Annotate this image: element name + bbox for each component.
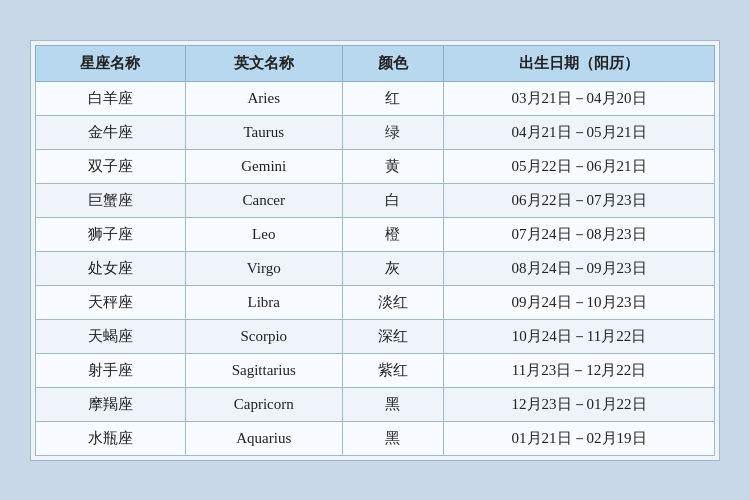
table-row: 金牛座Taurus绿04月21日－05月21日 (36, 115, 715, 149)
cell-chinese-name: 巨蟹座 (36, 183, 186, 217)
cell-date: 06月22日－07月23日 (444, 183, 715, 217)
cell-english-name: Taurus (185, 115, 342, 149)
cell-date: 11月23日－12月22日 (444, 353, 715, 387)
zodiac-table-container: 星座名称 英文名称 颜色 出生日期（阳历） 白羊座Aries红03月21日－04… (30, 40, 720, 461)
cell-color: 淡红 (342, 285, 444, 319)
cell-chinese-name: 射手座 (36, 353, 186, 387)
cell-date: 09月24日－10月23日 (444, 285, 715, 319)
cell-chinese-name: 金牛座 (36, 115, 186, 149)
cell-english-name: Cancer (185, 183, 342, 217)
cell-english-name: Sagittarius (185, 353, 342, 387)
header-english-name: 英文名称 (185, 45, 342, 81)
cell-color: 深红 (342, 319, 444, 353)
table-row: 水瓶座Aquarius黑01月21日－02月19日 (36, 421, 715, 455)
cell-chinese-name: 天蝎座 (36, 319, 186, 353)
cell-chinese-name: 狮子座 (36, 217, 186, 251)
header-color: 颜色 (342, 45, 444, 81)
header-chinese-name: 星座名称 (36, 45, 186, 81)
table-row: 天蝎座Scorpio深红10月24日－11月22日 (36, 319, 715, 353)
table-row: 双子座Gemini黄05月22日－06月21日 (36, 149, 715, 183)
cell-chinese-name: 白羊座 (36, 81, 186, 115)
cell-english-name: Aries (185, 81, 342, 115)
table-row: 白羊座Aries红03月21日－04月20日 (36, 81, 715, 115)
cell-date: 08月24日－09月23日 (444, 251, 715, 285)
cell-english-name: Aquarius (185, 421, 342, 455)
cell-date: 12月23日－01月22日 (444, 387, 715, 421)
table-header-row: 星座名称 英文名称 颜色 出生日期（阳历） (36, 45, 715, 81)
cell-color: 绿 (342, 115, 444, 149)
cell-color: 黄 (342, 149, 444, 183)
cell-color: 黑 (342, 387, 444, 421)
cell-date: 01月21日－02月19日 (444, 421, 715, 455)
cell-chinese-name: 处女座 (36, 251, 186, 285)
cell-english-name: Scorpio (185, 319, 342, 353)
cell-color: 紫红 (342, 353, 444, 387)
table-row: 巨蟹座Cancer白06月22日－07月23日 (36, 183, 715, 217)
cell-date: 05月22日－06月21日 (444, 149, 715, 183)
header-date: 出生日期（阳历） (444, 45, 715, 81)
zodiac-table: 星座名称 英文名称 颜色 出生日期（阳历） 白羊座Aries红03月21日－04… (35, 45, 715, 456)
table-body: 白羊座Aries红03月21日－04月20日金牛座Taurus绿04月21日－0… (36, 81, 715, 455)
table-row: 处女座Virgo灰08月24日－09月23日 (36, 251, 715, 285)
cell-english-name: Libra (185, 285, 342, 319)
table-row: 摩羯座Capricorn黑12月23日－01月22日 (36, 387, 715, 421)
cell-color: 白 (342, 183, 444, 217)
cell-chinese-name: 水瓶座 (36, 421, 186, 455)
cell-date: 07月24日－08月23日 (444, 217, 715, 251)
cell-english-name: Leo (185, 217, 342, 251)
cell-chinese-name: 天秤座 (36, 285, 186, 319)
cell-color: 橙 (342, 217, 444, 251)
cell-color: 黑 (342, 421, 444, 455)
cell-color: 灰 (342, 251, 444, 285)
cell-chinese-name: 摩羯座 (36, 387, 186, 421)
cell-date: 03月21日－04月20日 (444, 81, 715, 115)
table-row: 狮子座Leo橙07月24日－08月23日 (36, 217, 715, 251)
cell-english-name: Virgo (185, 251, 342, 285)
cell-color: 红 (342, 81, 444, 115)
table-row: 天秤座Libra淡红09月24日－10月23日 (36, 285, 715, 319)
cell-english-name: Gemini (185, 149, 342, 183)
cell-english-name: Capricorn (185, 387, 342, 421)
table-row: 射手座Sagittarius紫红11月23日－12月22日 (36, 353, 715, 387)
cell-chinese-name: 双子座 (36, 149, 186, 183)
cell-date: 04月21日－05月21日 (444, 115, 715, 149)
cell-date: 10月24日－11月22日 (444, 319, 715, 353)
